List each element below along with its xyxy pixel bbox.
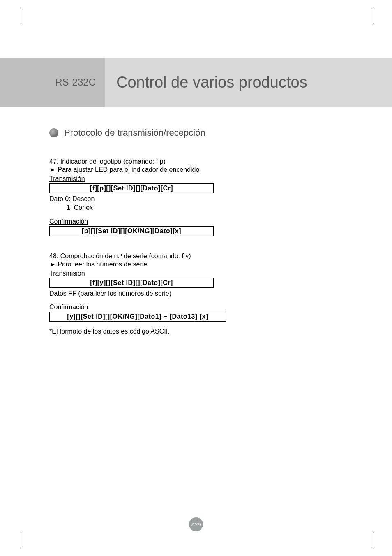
page-number: A29: [189, 517, 203, 531]
cmd48-conf-label: Confirmación: [49, 303, 88, 311]
section-title: Protocolo de transmisión/recepción: [64, 127, 205, 138]
cmd47-data1: 1: Conex: [49, 204, 337, 212]
cmd47-tx-code: [f][p][][Set ID][][Dato][Cr]: [49, 183, 214, 193]
header-right: Control de varios productos: [105, 58, 392, 107]
crop-mark: [20, 7, 20, 24]
cmd48-tx-label: Transmisión: [49, 270, 85, 277]
cmd47-data0: Dato 0: Descon: [49, 195, 337, 204]
cmd48-tx-code: [f][y][][Set ID][][Dato][Cr]: [49, 278, 214, 288]
header-right-text: Control de varios productos: [116, 74, 307, 91]
cmd48-title: 48. Comprobación de n.º de serie (comand…: [49, 253, 337, 260]
crop-mark: [372, 532, 372, 549]
content: Protocolo de transmisión/recepción 47. I…: [49, 127, 337, 340]
cmd47-block: 47. Indicador de logotipo (comando: f p)…: [49, 158, 337, 236]
cmd47-conf-code: [p][][Set ID][][OK/NG][Dato][x]: [49, 226, 214, 236]
cmd47-title: 47. Indicador de logotipo (comando: f p): [49, 158, 337, 165]
section-title-row: Protocolo de transmisión/recepción: [49, 127, 337, 138]
bullet-icon: [49, 128, 58, 137]
cmd47-tx-label: Transmisión: [49, 175, 85, 183]
header-left-text: RS-232C: [55, 76, 96, 88]
cmd48-data-note: Datos FF (para leer los números de serie…: [49, 290, 337, 298]
cmd47-desc: ► Para ajustar LED para el indicador de …: [49, 166, 337, 174]
crop-mark: [372, 7, 372, 24]
cmd48-desc: ► Para leer los números de serie: [49, 261, 337, 268]
crop-mark: [20, 532, 20, 549]
cmd48-format-note: *El formato de los datos es código ASCII…: [49, 327, 337, 336]
cmd47-conf-label: Confirmación: [49, 218, 88, 225]
header: RS-232C Control de varios productos: [0, 58, 392, 107]
cmd48-block: 48. Comprobación de n.º de serie (comand…: [49, 253, 337, 336]
page-number-text: A29: [191, 521, 201, 528]
header-left: RS-232C: [0, 58, 105, 107]
cmd48-conf-code: [y][][Set ID][][OK/NG][Dato1] ~ [Dato13]…: [49, 312, 226, 322]
